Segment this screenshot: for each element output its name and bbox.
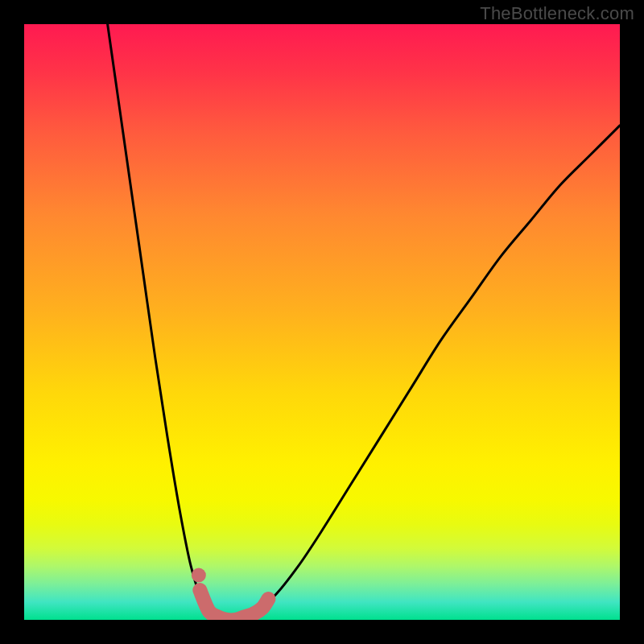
curve-layer bbox=[24, 24, 620, 620]
watermark-text: TheBottleneck.com bbox=[480, 3, 634, 24]
trough-dot bbox=[192, 568, 206, 583]
chart-frame: TheBottleneck.com bbox=[0, 0, 644, 644]
plot-area bbox=[24, 24, 620, 620]
trough-highlight bbox=[200, 590, 268, 620]
trough-markers bbox=[192, 568, 269, 621]
bottleneck-curve bbox=[108, 24, 620, 620]
bottleneck-curve-path bbox=[108, 24, 620, 620]
